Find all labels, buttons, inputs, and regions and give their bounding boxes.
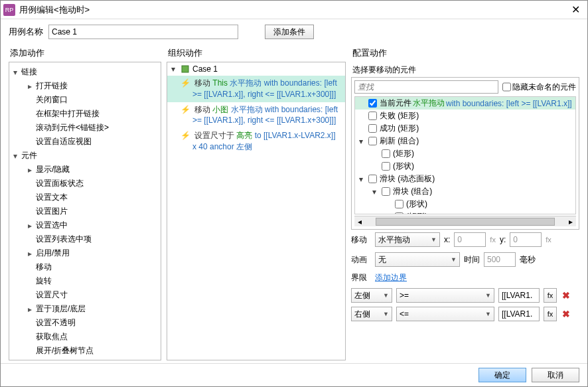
tree-item-label: 打开链接 [36,80,68,92]
tree-item-label: 设置不透明 [36,317,76,329]
widget-checkbox[interactable] [368,112,377,120]
widget-label: (矩形) [406,211,427,214]
case-row[interactable]: ▾ Case 1 [167,62,345,76]
fx-button[interactable]: fx [544,288,557,303]
widget-checkbox[interactable] [395,212,404,214]
action-tree-item[interactable]: 设置文本 [9,191,161,204]
action-row[interactable]: ⚡设置尺寸于 高亮 to [[LVAR1.x-LVAR2.x]] x 40 an… [167,128,345,155]
case-actions-panel[interactable]: ▾ Case 1 ⚡移动 This 水平拖动 with boundaries: … [167,62,346,360]
widget-tree-item[interactable]: ▾刷新 (组合) [355,135,575,147]
tree-item-label: 设置文本 [36,192,68,203]
widget-tree-item[interactable]: 失败 (矩形) [355,110,575,122]
boundary-op-select[interactable]: >=▼ [396,288,494,303]
fx-icon[interactable]: fx [546,236,551,244]
case-name-input[interactable] [48,25,238,39]
action-tree-item[interactable]: ▸打开链接 [9,79,161,93]
widget-checkbox[interactable] [368,124,377,133]
boundary-op-select[interactable]: <=▼ [396,307,494,321]
fx-icon[interactable]: fx [490,236,496,244]
widget-label: (矩形) [393,148,414,159]
action-tree-item[interactable]: 在框架中打开链接 [9,107,161,121]
tree-item-label: 启用/禁用 [36,248,70,259]
boundary-value-input[interactable] [498,288,540,303]
widget-checkbox[interactable] [368,99,377,108]
action-tree-item[interactable]: ▾链接 [9,65,161,79]
widget-checkbox[interactable] [382,162,390,171]
anim-config-row: 动画 无▼ 时间 毫秒 [351,250,579,270]
widget-checkbox[interactable] [395,200,404,208]
action-tree-item[interactable]: 设置尺寸 [9,288,161,302]
tree-item-label: 链接 [21,66,37,78]
widget-tree-item[interactable]: ▾滑块 (动态面板) [355,173,575,185]
widget-checkbox[interactable] [382,187,390,196]
action-tree-panel[interactable]: ▾链接▸打开链接关闭窗口在框架中打开链接滚动到元件<锚链接>设置自适应视图▾元件… [9,62,161,360]
action-tree-item[interactable]: 设置自适应视图 [9,135,161,149]
boundary-value-input[interactable] [498,307,540,321]
widget-checkbox[interactable] [368,175,377,183]
widget-label: (形状) [406,198,427,210]
fx-button[interactable]: fx [544,307,557,321]
action-tree-item[interactable]: 旋转 [9,274,161,288]
widget-tree[interactable]: 当前元件 水平拖动 with boundaries: [left >= [[LV… [354,96,576,214]
time-input[interactable] [484,252,516,267]
action-tree-item[interactable]: 设置面板状态 [9,177,161,191]
widget-label: 失败 (矩形) [380,110,419,121]
action-tree-item[interactable]: 移动 [9,260,161,274]
widget-checkbox[interactable] [382,149,390,158]
tree-item-label: 元件 [21,150,37,161]
tree-item-label: 显示/隐藏 [36,164,70,175]
action-row[interactable]: ⚡移动 小图 水平拖动 with boundaries: [left >= [[… [167,102,345,129]
action-tree-item[interactable]: 关闭窗口 [9,93,161,107]
widget-tree-item[interactable]: 当前元件 水平拖动 with boundaries: [left >= [[LV… [355,97,575,110]
widget-tree-item[interactable]: ▾滑块 (组合) [355,185,575,198]
action-row[interactable]: ⚡移动 This 水平拖动 with boundaries: [left >= … [167,76,345,102]
boundary-side-select[interactable]: 右侧▼ [351,307,392,321]
boundary-side-select[interactable]: 左侧▼ [351,288,392,303]
cancel-button[interactable]: 取消 [532,368,579,382]
widget-tree-item[interactable]: 成功 (矩形) [355,122,575,135]
dialog-window: RP 用例编辑<拖动时> ✕ 用例名称 添加条件 添加动作 ▾链接▸打开链接关闭… [0,0,588,387]
caret-icon: ▾ [359,175,366,184]
hide-unnamed-toggle[interactable]: 隐藏未命名的元件 [502,80,576,94]
action-tree-item[interactable]: 设置不透明 [9,316,161,330]
delete-icon[interactable]: ✖ [561,309,571,319]
action-tree-item[interactable]: ▸显示/隐藏 [9,163,161,177]
action-tree-item[interactable]: 展开/折叠树节点 [9,344,161,358]
y-label: y: [500,235,506,244]
boundary-row: 左侧▼ >=▼ fx ✖ [351,286,579,305]
action-tree-item[interactable]: ▸置于顶层/底层 [9,302,161,316]
delete-icon[interactable]: ✖ [561,290,571,301]
widget-checkbox[interactable] [368,137,377,145]
action-tree-item[interactable]: 设置列表选中项 [9,232,161,246]
caret-icon: ▸ [28,221,36,230]
action-tree-item[interactable]: 设置图片 [9,204,161,218]
svg-rect-0 [182,66,188,72]
anim-type-select[interactable]: 无▼ [375,252,460,267]
move-type-select[interactable]: 水平拖动▼ [375,232,440,247]
window-title: 用例编辑<拖动时> [19,4,566,16]
case-label: Case 1 [192,64,218,74]
close-icon[interactable]: ✕ [566,3,585,17]
widget-tree-item[interactable]: (矩形) [355,210,575,214]
hide-unnamed-checkbox[interactable] [502,80,511,94]
widget-tree-item[interactable]: (形状) [355,160,575,173]
x-input[interactable] [454,232,486,247]
case-name-label: 用例名称 [9,26,43,38]
action-tree-item[interactable]: ▾元件 [9,149,161,163]
y-input[interactable] [510,232,542,247]
action-tree-item[interactable]: ▸设置选中 [9,218,161,232]
action-tree-item[interactable]: ▸启用/禁用 [9,246,161,260]
bolt-icon: ⚡ [181,105,190,114]
x-label: x: [444,235,450,244]
case-name-row: 用例名称 添加条件 [1,19,587,44]
add-condition-button[interactable]: 添加条件 [265,25,314,39]
horizontal-scrollbar[interactable]: ◂▸ [354,216,576,226]
search-input[interactable] [354,80,498,94]
widget-selector-panel: 隐藏未命名的元件 当前元件 水平拖动 with boundaries: [lef… [351,77,579,230]
action-tree-item[interactable]: 获取焦点 [9,330,161,344]
widget-tree-item[interactable]: (形状) [355,198,575,210]
ok-button[interactable]: 确定 [478,368,526,382]
widget-tree-item[interactable]: (矩形) [355,147,575,160]
add-boundary-link[interactable]: 添加边界 [375,272,407,283]
action-tree-item[interactable]: 滚动到元件<锚链接> [9,121,161,135]
